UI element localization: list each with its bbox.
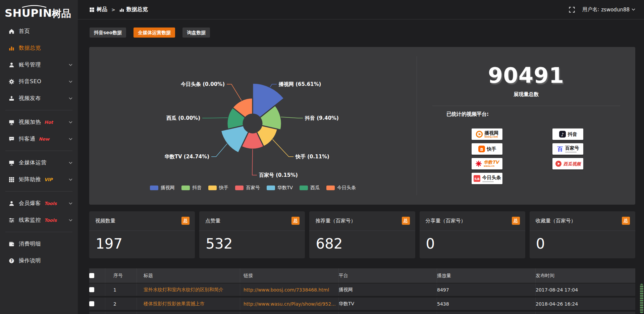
sidebar-item-operation-guide[interactable]: ?操作说明 [0, 252, 78, 269]
legend-label: 播视网 [161, 185, 175, 191]
app-logo[interactable]: SHUPIN 树品 [0, 0, 78, 21]
stat-card-title: 分享量（百家号） [420, 211, 525, 231]
fullscreen-icon[interactable] [569, 7, 575, 13]
platform-name: 今日头条 [482, 175, 501, 180]
platform-logo-grid: 播视网boosj.com♪抖音8快手百百家号华数TVwasu.cn西瓜视频头条今… [472, 128, 583, 184]
row-title-link[interactable]: 室外水纹灯和室内水纹灯的区别和简介 [137, 283, 240, 296]
checkbox-cell [89, 298, 105, 310]
sidebar-item-label: 抖音SEO [19, 78, 41, 85]
legend-label: 百家号 [246, 185, 260, 191]
row-url-link[interactable]: http://www.wasu.cn/Play/show/id/952... [240, 298, 338, 310]
sidebar-item-badge: Tools [44, 201, 57, 206]
total-badge: 总 [291, 217, 300, 225]
sidebar-item-consume-detail[interactable]: 消费明细 [0, 235, 78, 252]
sidebar-item-label: 视频发布 [19, 95, 41, 102]
pie-label-line [270, 84, 277, 87]
cell-plays: 8497 [437, 283, 535, 296]
sidebar-item-clue-monitor[interactable]: 线索监控Tools [0, 212, 78, 228]
total-badge: 总 [512, 217, 520, 225]
tab-inquiry-data[interactable]: 询盘数据 [182, 28, 210, 38]
platform-share-card: 播视网 (65.61%)抖音 (9.40%)快手 (0.11%)百家号 (0.1… [89, 47, 635, 205]
table-row [89, 312, 635, 314]
sidebar-item-label: 线索监控 [19, 217, 41, 224]
legend-item[interactable]: 播视网 [150, 185, 175, 191]
sidebar-item-douketong[interactable]: 抖客通New [0, 130, 78, 147]
checkbox-cell [89, 283, 105, 296]
sidebar-item-member-baoke[interactable]: 会员爆客Tools [0, 195, 78, 212]
scrollbar-thumb[interactable] [640, 284, 643, 313]
username-value: zswodun88 [601, 7, 630, 13]
cell-time: 2018-04-26 16:24 [535, 298, 635, 310]
stat-card-favorite-count: 收藏量（百家号）总0 [530, 211, 635, 258]
question-icon: ? [9, 258, 14, 264]
legend-item[interactable]: 今日头条 [326, 185, 356, 191]
breadcrumb-current[interactable]: 数据总览 [119, 6, 148, 13]
pie-label: 西瓜 (0.00%) [166, 115, 200, 121]
tab-douyin-seo-data[interactable]: 抖音seo数据 [90, 28, 126, 38]
column-header-plays: 播放量 [437, 268, 535, 283]
platform-name: 西瓜视频 [564, 162, 581, 166]
member-icon [9, 201, 14, 206]
monitor-icon [9, 160, 14, 166]
breadcrumb-root-label: 树品 [97, 6, 107, 13]
baijiahao-logo-icon: 百 [557, 145, 564, 153]
sidebar-item-video-publish[interactable]: 视频发布 [0, 90, 78, 107]
pie-label: 百家号 (0.15%) [259, 172, 298, 178]
sidebar-item-home[interactable]: 首页 [0, 23, 78, 40]
cell-platform [338, 312, 437, 314]
kuaishou-logo-icon: 8 [478, 145, 485, 153]
pie-label-line [227, 84, 241, 101]
stat-card-title: 推荐量（百家号） [309, 211, 415, 231]
chevron-down-icon [69, 162, 72, 164]
legend-item[interactable]: 百家号 [235, 185, 260, 191]
platform-name: 华数TV [484, 160, 499, 164]
sidebar-item-label: 操作说明 [19, 257, 41, 264]
legend-item[interactable]: 华数TV [267, 185, 293, 191]
app-grid-icon [90, 7, 94, 12]
legend-label: 西瓜 [310, 185, 320, 191]
chevron-down-icon [69, 138, 72, 140]
tab-omni-media-data[interactable]: 全媒体运营数据 [133, 28, 175, 38]
cell-plays [437, 312, 535, 314]
platform-badge-wasu: 华数TVwasu.cn [472, 158, 502, 169]
chevron-down-icon [69, 64, 72, 66]
row-checkbox[interactable] [89, 301, 94, 306]
row-url-link[interactable]: http://www.boosj.com/7338468.html [240, 283, 338, 296]
sidebar-item-omni-media[interactable]: 全媒体运营 [0, 154, 78, 171]
table-row: 2楼体投影灯投影效果震撼上市http://www.wasu.cn/Play/sh… [89, 298, 635, 310]
row-checkbox[interactable] [89, 287, 94, 292]
sidebar-divider [5, 191, 72, 192]
chart-legend: 播视网抖音快手百家号华数TV西瓜今日头条 [89, 185, 417, 191]
sidebar-item-data-overview[interactable]: 数据总览 [0, 40, 78, 56]
user-menu[interactable]: 用户名: zswodun88 [582, 6, 635, 13]
sidebar-item-label: 会员爆客 [19, 200, 41, 207]
sidebar-item-matrix-boost[interactable]: 矩阵助推VIP [0, 171, 78, 188]
legend-item[interactable]: 快手 [208, 185, 228, 191]
sidebar-item-label: 矩阵助推 [19, 176, 41, 183]
sidebar-item-label: 消费明细 [19, 241, 41, 248]
wasu-logo-icon [475, 160, 482, 167]
chevron-down-icon [69, 202, 72, 205]
sidebar-item-video-heat[interactable]: 视频加热Hot [0, 114, 78, 130]
data-tabs: 抖音seo数据全媒体运营数据询盘数据 [90, 28, 210, 38]
sidebar-item-account-management[interactable]: 账号管理 [0, 56, 78, 73]
cell-num [105, 312, 137, 314]
table-row: 1室外水纹灯和室内水纹灯的区别和简介http://www.boosj.com/7… [89, 283, 635, 296]
publish-icon [9, 96, 14, 101]
legend-item[interactable]: 抖音 [181, 185, 202, 191]
row-title-link[interactable]: 楼体投影灯投影效果震撼上市 [137, 298, 240, 310]
svg-text:头条: 头条 [474, 177, 480, 180]
chevron-down-icon [69, 178, 72, 181]
grid-icon [9, 177, 14, 182]
pie-label: 快手 (0.11%) [295, 154, 329, 160]
select-all-checkbox[interactable] [89, 273, 94, 278]
breadcrumb: 树品 > 数据总览 [90, 6, 148, 13]
topbar-right: 用户名: zswodun88 [569, 6, 635, 13]
breadcrumb-home[interactable]: 树品 [90, 6, 107, 13]
legend-item[interactable]: 西瓜 [300, 185, 320, 191]
sidebar-item-label: 抖客通 [19, 136, 36, 143]
sidebar-item-douyin-seo[interactable]: 抖音SEO [0, 73, 78, 90]
platform-badge-boosj: 播视网boosj.com [472, 128, 502, 140]
cell-platform: 播视网 [338, 283, 437, 296]
stat-cards-row: 视频数量总197点赞量总532推荐量（百家号）总682分享量（百家号）总0收藏量… [89, 211, 635, 258]
